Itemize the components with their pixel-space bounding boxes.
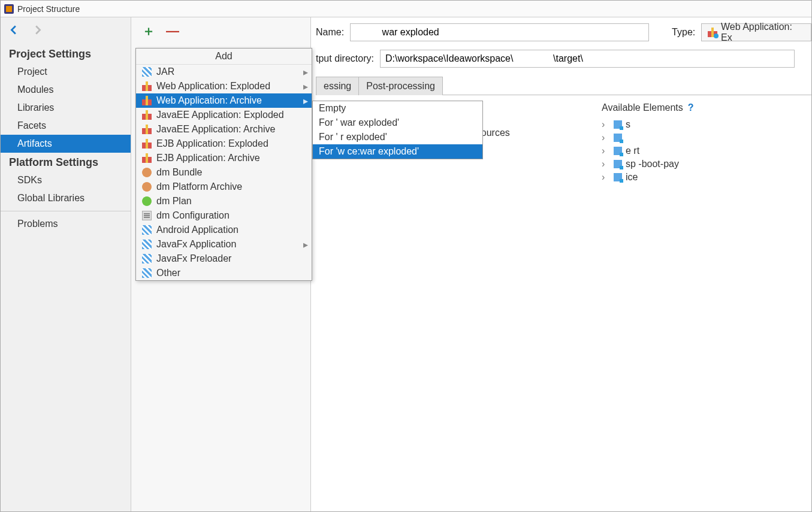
- add-menu-item-label: Web Application: Archive: [156, 95, 262, 106]
- jar-icon: [142, 254, 152, 263]
- module-blue-icon: [614, 134, 622, 142]
- sidebar-divider: [1, 211, 131, 211]
- add-menu-item[interactable]: dm Configuration: [136, 208, 312, 223]
- submenu-arrow-icon: ▸: [303, 95, 308, 107]
- add-menu-item[interactable]: dm Plan: [136, 194, 312, 208]
- name-label: Name:: [316, 27, 344, 38]
- available-item[interactable]: › ice: [602, 171, 805, 184]
- sidebar-item-libraries[interactable]: Libraries: [1, 99, 131, 117]
- add-menu-item[interactable]: Android Application: [136, 223, 312, 237]
- add-menu-item[interactable]: JAR▸: [136, 65, 312, 79]
- gift-icon: [142, 81, 152, 91]
- available-item-label: s: [626, 119, 630, 130]
- chevron-right-icon: ›: [602, 159, 610, 169]
- tab-preprocessing[interactable]: essing: [316, 77, 359, 95]
- add-menu-item[interactable]: JavaFx Preloader: [136, 252, 312, 266]
- add-menu-item[interactable]: JavaFx Application▸: [136, 237, 312, 252]
- jar-icon: [142, 268, 152, 278]
- artifact-type-dropdown[interactable]: Web Application: Ex: [701, 23, 811, 41]
- chevron-right-icon: ›: [602, 132, 610, 143]
- jar-icon: [142, 67, 152, 77]
- sidebar-item-global-libraries[interactable]: Global Libraries: [1, 189, 131, 207]
- nav-back-icon[interactable]: [8, 23, 21, 38]
- app-icon: [4, 4, 14, 14]
- available-item[interactable]: ›sp -boot-pay: [602, 157, 805, 171]
- gift-icon: [142, 96, 152, 105]
- module-blue-icon: [614, 173, 622, 181]
- dmplan-icon: [142, 196, 152, 206]
- dm-icon: [142, 168, 152, 177]
- available-item-label: sp -boot-pay: [626, 159, 679, 169]
- submenu-item[interactable]: For ' war exploded': [313, 116, 482, 130]
- submenu-arrow-icon: ▸: [303, 66, 308, 78]
- available-item[interactable]: › s: [602, 118, 805, 131]
- artifact-name-input[interactable]: [350, 23, 649, 41]
- chevron-right-icon: ›: [602, 172, 610, 183]
- add-artifact-icon[interactable]: ＋: [142, 22, 155, 40]
- output-dir-input[interactable]: [380, 50, 795, 68]
- submenu-item[interactable]: Empty: [313, 101, 482, 116]
- add-menu-item[interactable]: EJB Application: Archive: [136, 151, 312, 165]
- sidebar-item-artifacts[interactable]: Artifacts: [1, 135, 131, 153]
- add-menu-item[interactable]: JavaEE Application: Exploded: [136, 108, 312, 122]
- available-elements-panel: Available Elements ? › s › › e rt ›sp -b…: [596, 95, 811, 511]
- chevron-right-icon: ›: [602, 146, 610, 156]
- sidebar-item-project[interactable]: Project: [1, 63, 131, 81]
- gift-icon: [708, 28, 717, 37]
- gift-icon: [142, 110, 152, 120]
- add-menu-item-label: dm Bundle: [156, 167, 203, 178]
- add-menu-item[interactable]: Other: [136, 266, 312, 280]
- add-menu-item[interactable]: dm Platform Archive: [136, 180, 312, 194]
- tab-postprocessing[interactable]: Post-processing: [358, 77, 443, 95]
- jar-icon: [142, 240, 152, 249]
- jar-icon: [142, 225, 152, 235]
- add-menu-item-label: JavaFx Preloader: [156, 253, 231, 264]
- type-label: Type:: [672, 27, 695, 38]
- add-artifact-submenu: EmptyFor ' war exploded'For ' r exploded…: [312, 101, 483, 159]
- remove-artifact-icon[interactable]: —: [166, 23, 179, 39]
- output-dir-label: tput directory:: [316, 53, 374, 64]
- sidebar-heading-project: Project Settings: [1, 44, 131, 63]
- add-menu-item-label: Other: [156, 268, 180, 278]
- add-artifact-menu: Add JAR▸Web Application: Exploded▸Web Ap…: [135, 48, 312, 281]
- gift-icon: [142, 139, 152, 149]
- add-menu-item-label: JAR: [156, 66, 174, 77]
- add-menu-item-label: EJB Application: Archive: [156, 153, 260, 163]
- chevron-right-icon: ›: [602, 119, 610, 130]
- sidebar-item-facets[interactable]: Facets: [1, 117, 131, 135]
- add-menu-item-label: JavaEE Application: Archive: [156, 124, 275, 135]
- sidebar-item-modules[interactable]: Modules: [1, 81, 131, 99]
- titlebar: Project Structure: [1, 1, 811, 17]
- available-item-label: ice: [626, 172, 638, 183]
- help-icon[interactable]: ?: [688, 102, 694, 113]
- add-menu-item-label: dm Plan: [156, 196, 192, 207]
- nav-forward-icon[interactable]: [31, 23, 44, 38]
- add-menu-item[interactable]: JavaEE Application: Archive: [136, 122, 312, 137]
- add-menu-item-label: Web Application: Exploded: [156, 81, 270, 92]
- tabs: essing Post-processing: [316, 76, 811, 95]
- add-menu-title: Add: [136, 49, 312, 65]
- submenu-item[interactable]: For ' r exploded': [313, 130, 482, 144]
- submenu-item[interactable]: For 'w ce:war exploded': [313, 144, 482, 159]
- add-menu-item-label: Android Application: [156, 225, 239, 235]
- cfg-icon: [142, 211, 152, 220]
- sidebar-item-problems[interactable]: Problems: [1, 215, 131, 233]
- sidebar-item-sdks[interactable]: SDKs: [1, 171, 131, 189]
- sidebar: Project Settings Project Modules Librari…: [1, 17, 131, 511]
- dm-icon: [142, 182, 152, 192]
- add-menu-item-label: dm Configuration: [156, 210, 230, 221]
- add-menu-item[interactable]: Web Application: Exploded▸: [136, 79, 312, 93]
- gift-icon: [142, 125, 152, 134]
- add-menu-item[interactable]: Web Application: Archive▸: [136, 93, 312, 108]
- submenu-arrow-icon: ▸: [303, 239, 308, 250]
- artifact-detail-panel: Name: Type: Web Application: Ex tput dir…: [311, 17, 811, 511]
- add-menu-item[interactable]: dm Bundle: [136, 165, 312, 180]
- add-menu-item[interactable]: EJB Application: Exploded: [136, 137, 312, 151]
- module-blue-icon: [614, 147, 622, 155]
- available-item[interactable]: › e rt: [602, 144, 805, 157]
- module-blue-icon: [614, 160, 622, 168]
- gift-icon: [142, 153, 152, 163]
- add-menu-item-label: JavaEE Application: Exploded: [156, 110, 284, 120]
- window-title: Project Structure: [17, 4, 80, 14]
- available-item[interactable]: ›: [602, 131, 805, 144]
